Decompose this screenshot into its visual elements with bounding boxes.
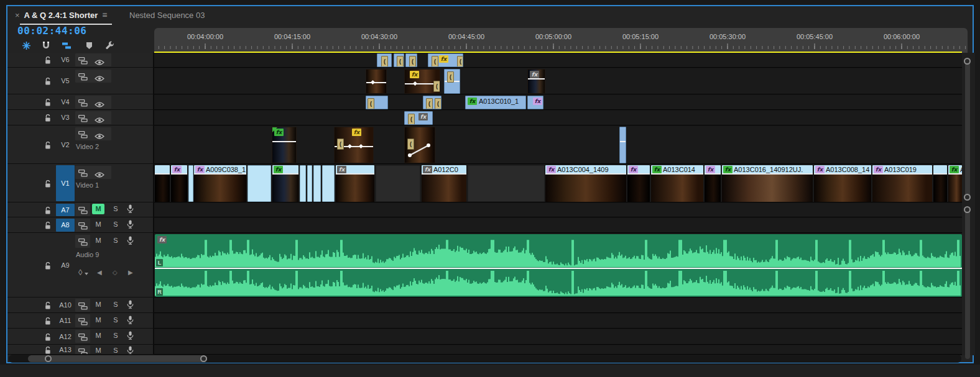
sync-lock-toggle[interactable] bbox=[78, 56, 88, 63]
voiceover-mic-icon[interactable] bbox=[127, 331, 134, 340]
timeline-gap[interactable] bbox=[468, 165, 545, 202]
fx-badge-green[interactable]: fx bbox=[950, 166, 959, 173]
snap-magnet-icon[interactable] bbox=[40, 40, 52, 51]
track-id-label-A8[interactable]: A8 bbox=[56, 221, 75, 229]
rubber-band[interactable] bbox=[620, 141, 626, 142]
video-vscrollbar[interactable] bbox=[965, 61, 970, 196]
next-keyframe-button[interactable]: ▶ bbox=[128, 269, 133, 276]
voiceover-mic-icon[interactable] bbox=[127, 236, 134, 245]
video-clip[interactable] bbox=[307, 165, 312, 202]
track-id-label-V4[interactable]: V4 bbox=[56, 98, 75, 106]
sync-lock-toggle[interactable] bbox=[78, 206, 88, 213]
sync-lock-toggle[interactable] bbox=[78, 347, 88, 355]
track-name-label[interactable]: Video 2 bbox=[76, 143, 99, 150]
time-ruler[interactable]: 00:04:00:0000:04:15:0000:04:30:0000:04:4… bbox=[154, 28, 968, 53]
solo-button[interactable]: S bbox=[109, 345, 122, 355]
video-clip[interactable]: fxA bbox=[948, 165, 962, 202]
solo-button[interactable]: S bbox=[109, 219, 122, 230]
track-lock-icon[interactable] bbox=[45, 317, 52, 325]
video-clip[interactable]: fxA009C038_1 bbox=[194, 165, 246, 202]
video-clip[interactable]: ( bbox=[377, 53, 392, 67]
video-clip[interactable]: fxA013C008_14 bbox=[814, 165, 871, 202]
track-output-eye-icon[interactable] bbox=[95, 130, 104, 136]
keyframe-dot[interactable] bbox=[371, 80, 375, 84]
volume-rubber-band[interactable] bbox=[155, 268, 962, 269]
track-lock-icon[interactable] bbox=[45, 179, 52, 188]
fx-badge-green[interactable]: fx bbox=[468, 98, 477, 105]
add-marker-icon[interactable] bbox=[83, 40, 95, 51]
transition-icon[interactable]: ( bbox=[435, 98, 441, 109]
tab-close-icon[interactable]: × bbox=[15, 11, 20, 20]
sync-lock-toggle[interactable] bbox=[78, 98, 88, 106]
video-clip[interactable]: ( bbox=[405, 53, 417, 67]
fx-badge-purple[interactable]: fx bbox=[629, 166, 638, 173]
fx-badge-gray[interactable]: fx bbox=[418, 113, 428, 120]
video-clip[interactable]: fx bbox=[272, 127, 297, 163]
video-clip[interactable]: (( bbox=[423, 96, 441, 109]
video-clip[interactable]: fx bbox=[171, 165, 187, 202]
previous-keyframe-button[interactable]: ◀ bbox=[97, 269, 102, 276]
fx-badge-purple[interactable]: fx bbox=[195, 166, 205, 173]
fx-badge-gray[interactable]: fx bbox=[157, 236, 167, 243]
track-lock-icon[interactable] bbox=[45, 206, 52, 214]
hscroll-zoom-handle-right[interactable] bbox=[200, 355, 207, 362]
voiceover-mic-icon[interactable] bbox=[127, 316, 134, 324]
transition-icon[interactable]: ( bbox=[368, 98, 374, 109]
fx-badge-green[interactable]: fx bbox=[652, 166, 662, 173]
track-output-eye-icon[interactable] bbox=[95, 57, 104, 62]
video-clip[interactable]: fx( bbox=[404, 69, 440, 94]
fx-badge-gray[interactable]: fx bbox=[530, 71, 539, 78]
mute-button[interactable]: M bbox=[92, 315, 104, 325]
mute-button[interactable]: M bbox=[92, 235, 104, 246]
transition-icon[interactable]: ( bbox=[447, 71, 454, 83]
transition-icon[interactable]: ( bbox=[408, 114, 415, 125]
video-clip[interactable]: fx bbox=[272, 165, 298, 202]
track-id-label-A12[interactable]: A12 bbox=[56, 333, 75, 340]
track-name-label[interactable]: Video 1 bbox=[76, 181, 99, 189]
track-output-eye-icon[interactable] bbox=[95, 169, 104, 175]
fx-badge-purple[interactable]: fx bbox=[547, 166, 556, 173]
playhead-timecode[interactable]: 00:02:44:06 bbox=[17, 25, 86, 37]
timeline-gap[interactable] bbox=[376, 165, 420, 202]
audio-clip[interactable]: fxLR bbox=[155, 234, 962, 297]
fx-badge-yellow[interactable]: fx bbox=[410, 71, 419, 78]
video-clip[interactable]: fx bbox=[705, 165, 721, 202]
fx-badge-yellow[interactable]: fx bbox=[352, 129, 361, 136]
video-clip[interactable] bbox=[619, 127, 626, 163]
keyframe-dot[interactable] bbox=[359, 144, 363, 148]
video-clip[interactable]: fx bbox=[527, 69, 545, 94]
fx-badge-purple[interactable]: fx bbox=[815, 166, 825, 173]
mute-button[interactable]: M bbox=[92, 299, 104, 310]
fx-badge-purple[interactable]: fx bbox=[706, 166, 715, 173]
video-clip[interactable]: fxA013C019 bbox=[872, 165, 932, 202]
video-clip[interactable] bbox=[313, 165, 321, 202]
mute-button[interactable]: M bbox=[92, 219, 104, 230]
video-clip[interactable] bbox=[933, 165, 947, 202]
mute-button[interactable]: M bbox=[92, 345, 104, 355]
track-id-label-A11[interactable]: A11 bbox=[56, 317, 75, 324]
video-clip[interactable]: fxA012C0 bbox=[422, 165, 466, 202]
rubber-band[interactable] bbox=[528, 78, 545, 79]
keyframe-dot[interactable] bbox=[348, 144, 352, 148]
fx-badge-purple[interactable]: fx bbox=[533, 98, 542, 105]
video-clip[interactable]: fxA013C014 bbox=[651, 165, 703, 202]
hscroll-zoom-handle-left[interactable] bbox=[45, 355, 52, 362]
transition-icon[interactable]: ( bbox=[457, 56, 463, 67]
fx-badge-yellow[interactable]: fx bbox=[439, 55, 448, 63]
video-clip[interactable] bbox=[247, 165, 271, 202]
mute-button[interactable]: M bbox=[92, 330, 104, 341]
sync-lock-toggle[interactable] bbox=[78, 221, 88, 229]
tab-sequence-active[interactable]: × A & Q 2.4:1 Shorter ≡ bbox=[15, 6, 107, 24]
solo-button[interactable]: S bbox=[109, 330, 122, 341]
video-vscroll-handle-bottom[interactable] bbox=[964, 194, 971, 201]
audio-vscroll-handle-top[interactable] bbox=[964, 206, 971, 213]
video-clip[interactable]: fx bbox=[627, 165, 650, 202]
video-clip[interactable] bbox=[322, 165, 335, 202]
tab-sequence-inactive[interactable]: Nested Sequence 03 bbox=[129, 6, 205, 24]
video-clip[interactable]: fx(( bbox=[428, 53, 463, 67]
fx-badge-purple[interactable]: fx bbox=[172, 166, 182, 173]
sync-lock-toggle[interactable] bbox=[78, 130, 88, 137]
keyframe-type-dropdown[interactable]: ◊ bbox=[78, 268, 82, 277]
video-clip[interactable]: ( bbox=[404, 127, 435, 163]
track-lock-icon[interactable] bbox=[45, 56, 52, 64]
